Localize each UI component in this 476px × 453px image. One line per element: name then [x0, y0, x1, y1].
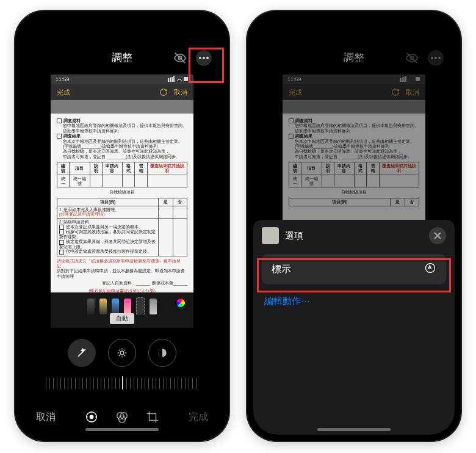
svg-point-3 — [203, 57, 205, 59]
scanned-document: 調查資料 您申報地區政府登錄的相關做法及項目，提供本報告與安排查詢。 該助學申報… — [283, 114, 425, 227]
pen-tool-2[interactable] — [99, 299, 107, 314]
pen-tool-3[interactable] — [112, 299, 119, 314]
svg-point-10 — [120, 351, 124, 355]
document-preview: 11:59 完成 取消 調查資料 您申報地區政府登錄的相關做法及項目，提供本報告… — [51, 74, 193, 328]
pen-tool-1[interactable] — [87, 299, 95, 314]
svg-rect-6 — [170, 78, 171, 82]
inner-done-button[interactable]: 完成 — [289, 88, 302, 97]
inner-done-button[interactable]: 完成 — [57, 88, 70, 97]
inner-cancel-button[interactable]: 取消 — [406, 88, 419, 97]
adjust-slider[interactable] — [46, 378, 198, 389]
adjust-tools — [21, 339, 223, 367]
done-button[interactable]: 完成 — [189, 411, 208, 424]
home-indicator[interactable] — [317, 428, 391, 431]
hide-markup-icon[interactable] — [405, 51, 419, 65]
color-picker-icon[interactable] — [175, 297, 186, 308]
exposure-button[interactable] — [108, 339, 136, 367]
lasso-tool[interactable] — [136, 297, 145, 314]
crop-tab-icon[interactable] — [146, 410, 159, 424]
svg-point-13 — [90, 415, 93, 419]
more-button[interactable] — [196, 50, 212, 66]
markup-icon — [424, 262, 436, 277]
svg-rect-24 — [403, 77, 405, 82]
home-indicator[interactable] — [85, 428, 159, 431]
inner-time: 11:59 — [56, 76, 70, 82]
edit-actions-link[interactable]: 編輯動作⋯ — [253, 287, 455, 316]
document-preview: 11:59 完成 取消 調查資料 您申報地區政府登錄的相關做法及項目，提供本報告… — [283, 74, 425, 227]
svg-rect-7 — [171, 77, 173, 82]
nav-title: 調整 — [344, 51, 364, 65]
magic-wand-button[interactable] — [68, 339, 96, 367]
nav-title: 調整 — [112, 51, 132, 65]
ruler-tool[interactable] — [150, 299, 157, 314]
more-button[interactable] — [428, 50, 444, 66]
inner-status-icons — [168, 76, 189, 83]
svg-rect-23 — [402, 78, 403, 82]
contrast-button[interactable] — [148, 339, 176, 367]
svg-point-4 — [206, 57, 209, 59]
svg-point-21 — [438, 57, 441, 59]
svg-rect-8 — [173, 76, 175, 82]
filters-tab-icon[interactable] — [115, 410, 129, 424]
svg-rect-26 — [416, 77, 420, 81]
svg-point-19 — [431, 57, 433, 59]
markup-label: 標示 — [272, 263, 291, 276]
redo-icon[interactable] — [391, 88, 400, 96]
inner-cancel-button[interactable]: 取消 — [174, 88, 187, 97]
svg-rect-9 — [184, 77, 188, 81]
svg-point-2 — [199, 57, 201, 59]
auto-label[interactable]: 自動 — [110, 313, 134, 324]
hide-markup-icon[interactable] — [173, 51, 187, 65]
cancel-button[interactable]: 取消 — [36, 411, 56, 424]
markup-action-row[interactable]: 標示 — [262, 254, 446, 284]
svg-rect-5 — [168, 78, 169, 82]
options-thumbnail — [262, 227, 279, 244]
markup-toolbar: 自動 — [51, 292, 193, 328]
svg-rect-25 — [405, 76, 406, 82]
eraser-tool[interactable] — [124, 299, 131, 314]
redo-icon[interactable] — [159, 88, 168, 96]
adjust-tab-icon[interactable] — [85, 410, 98, 424]
scanned-document: 調查資料 您申報地區政府登錄的相關做法及項目，提供本報告與安排查詢。 該助學申報… — [51, 114, 193, 300]
options-sheet: 選項 標示 編輯動作⋯ — [253, 220, 455, 435]
phone-right: 調整 11:59 — [247, 11, 461, 441]
options-title: 選項 — [285, 230, 303, 242]
svg-point-20 — [435, 57, 437, 59]
phone-left: 調整 11:59 — [15, 11, 229, 441]
doc-table-2: 項目(例)是否 1. 是否如未完及入庫批准辦理。 (分時登記及申請管理項) 2.… — [57, 198, 187, 256]
inner-time: 11:59 — [287, 76, 301, 82]
svg-rect-22 — [400, 78, 401, 82]
close-sheet-button[interactable] — [429, 227, 446, 244]
doc-table-1: 編號項目 說明申請內容 格式管轄 覆查結果或其他說明 統一統一編號 — [57, 162, 187, 187]
